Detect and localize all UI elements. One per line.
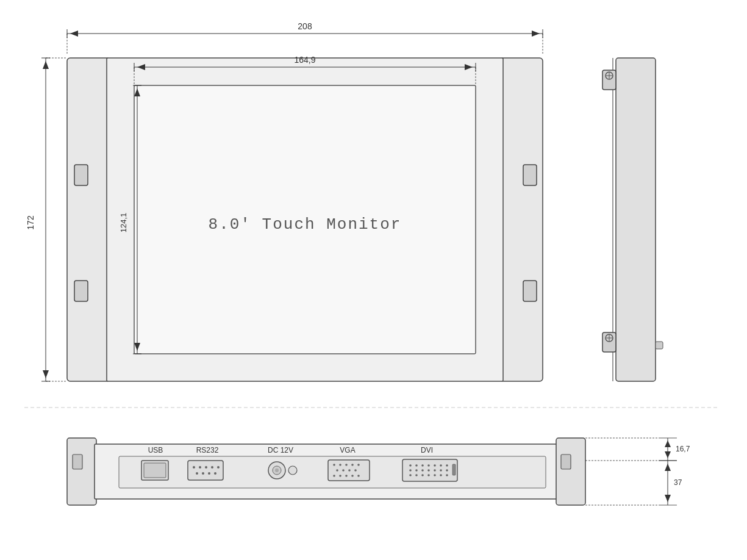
svg-point-76 bbox=[348, 469, 351, 472]
svg-rect-1 bbox=[500, 58, 543, 381]
svg-point-96 bbox=[440, 469, 442, 472]
svg-point-82 bbox=[357, 475, 360, 477]
svg-point-99 bbox=[415, 474, 418, 476]
svg-marker-26 bbox=[43, 370, 49, 378]
svg-point-58 bbox=[211, 466, 213, 468]
svg-rect-53 bbox=[144, 463, 166, 478]
dim-164: 164,9 bbox=[294, 55, 315, 65]
svg-point-55 bbox=[193, 466, 195, 468]
svg-point-103 bbox=[440, 474, 442, 476]
svg-rect-5 bbox=[74, 281, 88, 301]
svg-point-95 bbox=[434, 469, 436, 472]
svg-point-62 bbox=[208, 472, 210, 475]
svg-marker-11 bbox=[70, 31, 78, 37]
svg-point-97 bbox=[446, 469, 448, 472]
svg-point-67 bbox=[288, 466, 297, 475]
svg-marker-115 bbox=[665, 495, 671, 502]
page: { "diagram": { "title": "8.0' Touch Moni… bbox=[0, 0, 747, 560]
usb-label: USB bbox=[148, 446, 163, 454]
svg-point-84 bbox=[409, 464, 412, 467]
svg-point-73 bbox=[357, 464, 360, 466]
svg-point-57 bbox=[205, 466, 207, 468]
svg-rect-105 bbox=[452, 464, 456, 475]
svg-point-93 bbox=[421, 469, 424, 472]
dvi-label: DVI bbox=[421, 446, 433, 454]
svg-rect-34 bbox=[616, 58, 656, 381]
svg-point-69 bbox=[333, 464, 335, 466]
dim-37: 37 bbox=[674, 478, 682, 487]
svg-marker-114 bbox=[665, 464, 671, 471]
svg-point-88 bbox=[434, 464, 436, 467]
rs232-label: RS232 bbox=[196, 446, 219, 454]
svg-point-90 bbox=[446, 464, 448, 467]
svg-point-60 bbox=[196, 472, 198, 475]
svg-rect-7 bbox=[523, 281, 537, 301]
svg-rect-46 bbox=[67, 438, 96, 505]
svg-point-91 bbox=[409, 469, 412, 472]
svg-point-102 bbox=[434, 474, 436, 476]
svg-point-94 bbox=[427, 469, 430, 472]
svg-point-85 bbox=[415, 464, 418, 467]
dim-172: 172 bbox=[26, 215, 35, 230]
dim-208: 208 bbox=[298, 21, 312, 31]
vga-label: VGA bbox=[340, 446, 355, 454]
svg-point-87 bbox=[427, 464, 430, 467]
svg-point-89 bbox=[440, 464, 442, 467]
svg-point-98 bbox=[409, 474, 412, 476]
svg-marker-109 bbox=[665, 440, 671, 447]
svg-point-101 bbox=[427, 474, 430, 476]
svg-rect-54 bbox=[188, 461, 223, 480]
svg-point-61 bbox=[202, 472, 204, 475]
svg-rect-4 bbox=[74, 165, 88, 185]
svg-point-78 bbox=[333, 475, 335, 477]
svg-marker-110 bbox=[665, 451, 671, 458]
svg-point-75 bbox=[342, 469, 345, 472]
svg-point-104 bbox=[446, 474, 448, 476]
svg-point-81 bbox=[351, 475, 354, 477]
svg-point-79 bbox=[339, 475, 341, 477]
svg-rect-0 bbox=[67, 58, 110, 381]
svg-point-72 bbox=[351, 464, 354, 466]
technical-drawing: 8.0' Touch Monitor 208 164,9 172 124,1 bbox=[0, 0, 747, 560]
svg-point-59 bbox=[217, 466, 220, 468]
dc12v-label: DC 12V bbox=[268, 446, 293, 454]
svg-marker-25 bbox=[43, 61, 49, 69]
svg-point-63 bbox=[214, 472, 216, 475]
svg-rect-6 bbox=[523, 165, 537, 185]
svg-rect-50 bbox=[561, 454, 571, 469]
svg-point-92 bbox=[415, 469, 418, 472]
svg-point-100 bbox=[421, 474, 424, 476]
svg-rect-49 bbox=[556, 438, 585, 505]
svg-point-86 bbox=[421, 464, 424, 467]
svg-rect-47 bbox=[73, 454, 82, 469]
dim-16-7: 16,7 bbox=[676, 445, 690, 453]
svg-point-71 bbox=[345, 464, 348, 466]
svg-point-56 bbox=[199, 466, 201, 468]
svg-point-74 bbox=[336, 469, 338, 472]
screen-label: 8.0' Touch Monitor bbox=[209, 215, 402, 234]
svg-marker-12 bbox=[532, 31, 540, 37]
svg-rect-44 bbox=[656, 342, 663, 349]
svg-point-66 bbox=[275, 468, 279, 472]
dim-124: 124,1 bbox=[119, 213, 128, 233]
svg-point-70 bbox=[339, 464, 341, 466]
svg-point-80 bbox=[345, 475, 348, 477]
svg-point-77 bbox=[354, 469, 357, 472]
